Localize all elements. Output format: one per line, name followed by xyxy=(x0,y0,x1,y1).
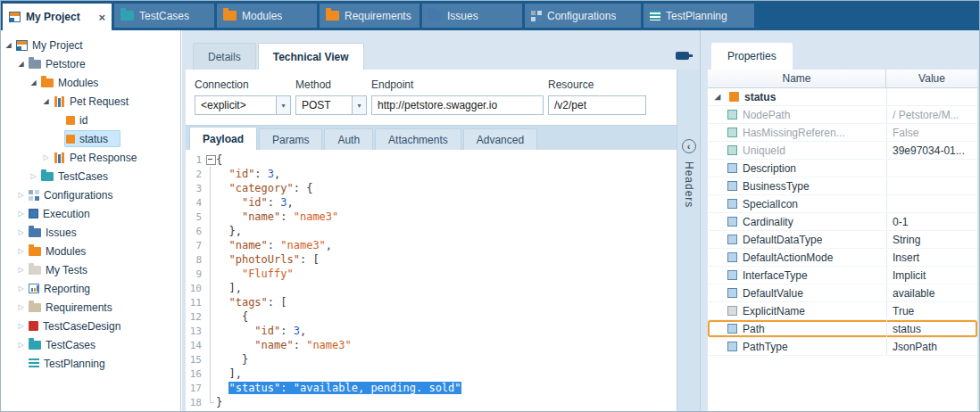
property-row-pathtype[interactable]: PathTypeJsonPath xyxy=(708,338,977,356)
code-line-5[interactable]: 5 "name": "name3" xyxy=(186,210,677,224)
payload-tab-advanced[interactable]: Advanced xyxy=(463,128,537,150)
code-line-3[interactable]: 3 "category": { xyxy=(186,181,677,195)
property-value[interactable] xyxy=(886,160,977,177)
expand-arrow-icon[interactable]: ▷ xyxy=(15,191,27,199)
property-row-uniqueid[interactable]: UniqueId39e97034-01... xyxy=(708,142,977,160)
tree-item-testplanning[interactable]: TestPlanning xyxy=(1,354,180,373)
code-line-1[interactable]: 1{ xyxy=(186,152,677,167)
code-line-7[interactable]: 7 "name": "name3", xyxy=(186,238,677,252)
payload-editor[interactable]: 1{2 "id": 3,3 "category": {4 "id": 3,5 "… xyxy=(186,150,677,411)
expand-arrow-icon[interactable]: ▷ xyxy=(15,341,27,349)
dropdown-arrow-icon[interactable]: ▾ xyxy=(352,96,366,114)
tab-testcases[interactable]: TestCases xyxy=(114,4,214,28)
column-header-name[interactable]: Name xyxy=(708,70,886,87)
property-row-specialicon[interactable]: SpecialIcon xyxy=(708,195,977,213)
code-line-17[interactable]: 17 "status": "available, pending. sold" xyxy=(186,381,677,395)
tree-item-issues[interactable]: ▷Issues xyxy=(1,223,180,242)
tree-item-requirements[interactable]: ▷Requirements xyxy=(1,298,180,317)
tree-item-pet-response[interactable]: ▷Pet Response xyxy=(1,148,180,167)
expand-arrow-icon[interactable]: ▷ xyxy=(15,228,27,236)
collapse-arrow-icon[interactable]: ◢ xyxy=(711,93,724,101)
close-tab-icon[interactable]: × xyxy=(98,12,105,23)
code-line-11[interactable]: 11 "tags": [ xyxy=(186,295,677,309)
tab-testplanning[interactable]: TestPlanning xyxy=(644,4,754,28)
tab-modules[interactable]: Modules xyxy=(217,4,317,28)
tree-item-petstore[interactable]: ◢Petstore xyxy=(1,54,180,73)
code-line-16[interactable]: 16 ], xyxy=(186,367,677,381)
tree-item-execution[interactable]: ▷Execution xyxy=(1,204,180,223)
fold-toggle-icon[interactable] xyxy=(205,152,216,167)
expand-arrow-icon[interactable]: ▷ xyxy=(28,172,39,180)
payload-tab-attachments[interactable]: Attachments xyxy=(375,128,461,150)
code-line-14[interactable]: 14 "name": "name3" xyxy=(186,338,677,352)
tab-technical-view[interactable]: Technical View xyxy=(258,43,364,70)
property-value[interactable]: 0-1 xyxy=(886,213,977,230)
property-value[interactable]: available xyxy=(886,284,977,301)
property-value[interactable] xyxy=(886,195,977,212)
property-value[interactable]: Implicit xyxy=(886,267,977,284)
tree-item-reporting[interactable]: ▷Reporting xyxy=(1,279,180,298)
payload-tab-payload[interactable]: Payload xyxy=(189,127,257,150)
expand-arrow-icon[interactable]: ▷ xyxy=(15,247,27,255)
expand-arrow-icon[interactable]: ▷ xyxy=(15,284,27,293)
property-row-interfacetype[interactable]: InterfaceTypeImplicit xyxy=(708,267,977,284)
code-line-18[interactable]: 18} xyxy=(186,395,677,409)
code-line-2[interactable]: 2 "id": 3, xyxy=(186,167,677,181)
expand-arrow-icon[interactable]: ▷ xyxy=(40,153,52,161)
code-line-6[interactable]: 6 }, xyxy=(186,224,677,238)
code-line-4[interactable]: 4 "id": 3, xyxy=(186,195,677,210)
tab-my-project[interactable]: My Project× xyxy=(3,4,112,30)
tree-item-pet-request[interactable]: ◢Pet Request xyxy=(1,92,180,111)
property-row-nodepath[interactable]: NodePath/ Petstore/M... xyxy=(708,106,977,124)
method-select[interactable]: POST ▾ xyxy=(295,95,367,115)
connection-select[interactable]: <explicit> ▾ xyxy=(195,95,291,115)
dropdown-arrow-icon[interactable]: ▾ xyxy=(276,96,290,114)
expand-arrow-icon[interactable]: ▷ xyxy=(15,266,27,274)
collapse-arrow-icon[interactable]: ◢ xyxy=(15,60,27,68)
property-row-explicitname[interactable]: ExplicitNameTrue xyxy=(708,302,977,320)
tree-item-status[interactable]: status xyxy=(1,129,180,148)
endpoint-input[interactable]: http://petstore.swagger.io xyxy=(371,95,544,115)
property-value[interactable] xyxy=(886,177,977,194)
tab-details[interactable]: Details xyxy=(193,43,256,70)
property-row-cardinality[interactable]: Cardinality0-1 xyxy=(708,213,977,231)
collapse-arrow-icon[interactable]: ◢ xyxy=(3,41,14,49)
tree-item-testcases[interactable]: ▷TestCases xyxy=(1,167,180,185)
property-row-defaultvalue[interactable]: DefaultValueavailable xyxy=(708,284,977,302)
tree-item-modules[interactable]: ◢Modules xyxy=(1,73,180,92)
tab-properties[interactable]: Properties xyxy=(711,43,793,70)
property-value[interactable]: 39e97034-01... xyxy=(886,142,977,159)
property-value[interactable]: / Petstore/M... xyxy=(886,106,977,123)
payload-tab-auth[interactable]: Auth xyxy=(324,128,373,150)
property-row-defaultactionmode[interactable]: DefaultActionModeInsert xyxy=(708,249,977,267)
code-line-15[interactable]: 15 } xyxy=(186,352,677,367)
tree-item-modules[interactable]: ▷Modules xyxy=(1,242,180,260)
property-value[interactable]: False xyxy=(886,124,977,141)
expand-arrow-icon[interactable]: ▷ xyxy=(15,303,27,311)
tree-item-my-project[interactable]: ◢My Project xyxy=(1,36,180,54)
resource-input[interactable]: /v2/pet xyxy=(548,95,646,115)
headers-panel-tab[interactable]: ‹ Headers xyxy=(677,70,700,411)
code-line-10[interactable]: 10 ], xyxy=(186,281,677,295)
property-row-hasmissingreferen[interactable]: HasMissingReferen...False xyxy=(708,124,977,142)
expand-arrow-icon[interactable]: ▷ xyxy=(15,322,27,330)
property-value[interactable]: String xyxy=(886,231,977,248)
property-row-defaultdatatype[interactable]: DefaultDataTypeString xyxy=(708,231,977,249)
property-value[interactable]: Insert xyxy=(886,249,977,266)
code-line-8[interactable]: 8 "photoUrls": [ xyxy=(186,252,677,267)
tab-requirements[interactable]: Requirements xyxy=(320,4,419,28)
collapse-arrow-icon[interactable]: ◢ xyxy=(28,78,39,87)
tree-item-my-tests[interactable]: ▷My Tests xyxy=(1,260,180,279)
tree-item-testcasedesign[interactable]: ▷TestCaseDesign xyxy=(1,317,180,335)
property-row-businesstype[interactable]: BusinessType xyxy=(708,177,977,195)
property-value[interactable]: True xyxy=(886,302,977,319)
property-value[interactable]: JsonPath xyxy=(886,338,977,355)
tree-item-configurations[interactable]: ▷Configurations xyxy=(1,185,180,204)
code-line-13[interactable]: 13 "id": 3, xyxy=(186,324,677,338)
column-header-value[interactable]: Value xyxy=(886,70,977,87)
property-row-description[interactable]: Description xyxy=(708,160,977,177)
tab-issues[interactable]: Issues xyxy=(422,4,522,28)
pin-icon[interactable] xyxy=(676,52,689,60)
code-line-9[interactable]: 9 "Fluffy" xyxy=(186,267,677,281)
expand-arrow-icon[interactable]: ▷ xyxy=(15,210,27,218)
